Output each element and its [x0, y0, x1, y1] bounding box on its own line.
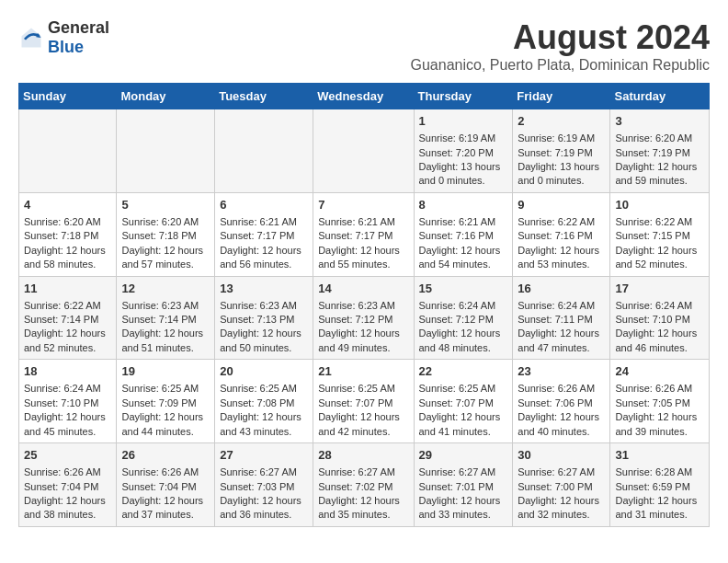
calendar-cell: 2Sunrise: 6:19 AMSunset: 7:19 PMDaylight… — [513, 109, 610, 193]
day-number: 13 — [220, 281, 308, 297]
daylight-text: Daylight: 12 hours and 42 minutes. — [318, 410, 408, 439]
day-number: 16 — [518, 281, 605, 297]
week-row-2: 4Sunrise: 6:20 AMSunset: 7:18 PMDaylight… — [19, 192, 710, 276]
calendar-cell: 19Sunrise: 6:25 AMSunset: 7:09 PMDayligh… — [117, 360, 215, 443]
daylight-text: Daylight: 13 hours and 0 minutes. — [518, 160, 605, 189]
sunset-text: Sunset: 7:10 PM — [24, 396, 111, 410]
calendar-cell: 10Sunrise: 6:22 AMSunset: 7:15 PMDayligh… — [610, 192, 710, 276]
sunset-text: Sunset: 7:20 PM — [419, 146, 508, 160]
daylight-text: Daylight: 12 hours and 32 minutes. — [518, 494, 605, 523]
day-number: 15 — [419, 281, 508, 297]
week-row-1: 1Sunrise: 6:19 AMSunset: 7:20 PMDaylight… — [19, 109, 710, 193]
calendar-cell: 23Sunrise: 6:26 AMSunset: 7:06 PMDayligh… — [513, 360, 610, 443]
sunrise-text: Sunrise: 6:24 AM — [518, 299, 605, 313]
week-row-4: 18Sunrise: 6:24 AMSunset: 7:10 PMDayligh… — [19, 360, 710, 443]
calendar-cell: 8Sunrise: 6:21 AMSunset: 7:16 PMDaylight… — [414, 192, 513, 276]
calendar-cell: 21Sunrise: 6:25 AMSunset: 7:07 PMDayligh… — [313, 360, 414, 443]
sunset-text: Sunset: 7:07 PM — [318, 396, 408, 410]
day-number: 12 — [121, 281, 210, 297]
day-number: 7 — [318, 197, 408, 213]
sunset-text: Sunset: 7:02 PM — [318, 480, 408, 494]
sunset-text: Sunset: 7:03 PM — [220, 480, 308, 494]
sunset-text: Sunset: 7:17 PM — [220, 229, 308, 243]
day-number: 3 — [615, 113, 704, 130]
sunset-text: Sunset: 7:18 PM — [24, 229, 111, 243]
day-number: 5 — [121, 197, 210, 213]
calendar-cell: 31Sunrise: 6:28 AMSunset: 6:59 PMDayligh… — [610, 443, 710, 527]
sunset-text: Sunset: 7:06 PM — [518, 396, 605, 410]
daylight-text: Daylight: 12 hours and 41 minutes. — [419, 410, 508, 439]
day-number: 9 — [518, 197, 605, 213]
header-day-thursday: Thursday — [414, 84, 513, 109]
daylight-text: Daylight: 12 hours and 52 minutes. — [24, 327, 111, 355]
header-day-wednesday: Wednesday — [313, 84, 414, 109]
page-header: General Blue August 2024 Guananico, Puer… — [18, 18, 710, 74]
sunset-text: Sunset: 7:16 PM — [419, 229, 508, 243]
sunrise-text: Sunrise: 6:21 AM — [419, 215, 508, 229]
calendar-cell: 4Sunrise: 6:20 AMSunset: 7:18 PMDaylight… — [19, 192, 117, 276]
daylight-text: Daylight: 13 hours and 0 minutes. — [419, 160, 508, 189]
day-number: 20 — [220, 363, 308, 380]
daylight-text: Daylight: 12 hours and 39 minutes. — [615, 410, 704, 439]
calendar-cell: 16Sunrise: 6:24 AMSunset: 7:11 PMDayligh… — [513, 276, 610, 360]
calendar-cell: 20Sunrise: 6:25 AMSunset: 7:08 PMDayligh… — [215, 360, 313, 443]
daylight-text: Daylight: 12 hours and 54 minutes. — [419, 244, 508, 272]
sunset-text: Sunset: 7:05 PM — [615, 396, 704, 410]
sunrise-text: Sunrise: 6:25 AM — [220, 382, 308, 396]
sunset-text: Sunset: 7:19 PM — [518, 146, 605, 160]
logo-icon — [18, 25, 44, 51]
subtitle: Guananico, Puerto Plata, Dominican Repub… — [410, 57, 710, 74]
day-number: 19 — [121, 363, 210, 380]
sunrise-text: Sunrise: 6:20 AM — [121, 215, 210, 229]
main-title: August 2024 — [410, 18, 710, 57]
sunset-text: Sunset: 7:09 PM — [121, 396, 210, 410]
daylight-text: Daylight: 12 hours and 45 minutes. — [24, 410, 111, 439]
week-row-5: 25Sunrise: 6:26 AMSunset: 7:04 PMDayligh… — [19, 443, 710, 527]
daylight-text: Daylight: 12 hours and 47 minutes. — [518, 327, 605, 355]
calendar-cell: 22Sunrise: 6:25 AMSunset: 7:07 PMDayligh… — [414, 360, 513, 443]
sunrise-text: Sunrise: 6:20 AM — [24, 215, 111, 229]
header-day-monday: Monday — [117, 84, 215, 109]
calendar-cell: 12Sunrise: 6:23 AMSunset: 7:14 PMDayligh… — [117, 276, 215, 360]
sunset-text: Sunset: 7:07 PM — [419, 396, 508, 410]
sunrise-text: Sunrise: 6:21 AM — [318, 215, 408, 229]
daylight-text: Daylight: 12 hours and 40 minutes. — [518, 410, 605, 439]
sunrise-text: Sunrise: 6:26 AM — [121, 465, 210, 479]
day-number: 1 — [419, 113, 508, 130]
daylight-text: Daylight: 12 hours and 57 minutes. — [121, 244, 210, 272]
calendar-cell: 28Sunrise: 6:27 AMSunset: 7:02 PMDayligh… — [313, 443, 414, 527]
sunrise-text: Sunrise: 6:24 AM — [24, 382, 111, 396]
calendar-cell: 29Sunrise: 6:27 AMSunset: 7:01 PMDayligh… — [414, 443, 513, 527]
calendar-cell: 11Sunrise: 6:22 AMSunset: 7:14 PMDayligh… — [19, 276, 117, 360]
daylight-text: Daylight: 12 hours and 36 minutes. — [220, 494, 308, 523]
day-number: 10 — [615, 197, 704, 213]
sunrise-text: Sunrise: 6:27 AM — [419, 465, 508, 479]
daylight-text: Daylight: 12 hours and 38 minutes. — [24, 494, 111, 523]
day-number: 2 — [518, 113, 605, 130]
daylight-text: Daylight: 12 hours and 48 minutes. — [419, 327, 508, 355]
logo-blue: Blue — [48, 38, 84, 56]
day-number: 8 — [419, 197, 508, 213]
day-number: 17 — [615, 281, 704, 297]
sunrise-text: Sunrise: 6:23 AM — [121, 299, 210, 313]
daylight-text: Daylight: 12 hours and 55 minutes. — [318, 244, 408, 272]
sunset-text: Sunset: 7:04 PM — [121, 480, 210, 494]
calendar-cell: 18Sunrise: 6:24 AMSunset: 7:10 PMDayligh… — [19, 360, 117, 443]
day-number: 24 — [615, 363, 704, 380]
daylight-text: Daylight: 12 hours and 59 minutes. — [615, 160, 704, 189]
sunset-text: Sunset: 7:18 PM — [121, 229, 210, 243]
sunrise-text: Sunrise: 6:19 AM — [419, 132, 508, 145]
day-number: 29 — [419, 447, 508, 464]
daylight-text: Daylight: 12 hours and 31 minutes. — [615, 494, 704, 523]
daylight-text: Daylight: 12 hours and 52 minutes. — [615, 244, 704, 272]
daylight-text: Daylight: 12 hours and 33 minutes. — [419, 494, 508, 523]
sunset-text: Sunset: 6:59 PM — [615, 480, 704, 494]
sunrise-text: Sunrise: 6:24 AM — [615, 299, 704, 313]
daylight-text: Daylight: 12 hours and 49 minutes. — [318, 327, 408, 355]
sunrise-text: Sunrise: 6:25 AM — [121, 382, 210, 396]
header-day-sunday: Sunday — [19, 84, 117, 109]
daylight-text: Daylight: 12 hours and 58 minutes. — [24, 244, 111, 272]
calendar-cell: 27Sunrise: 6:27 AMSunset: 7:03 PMDayligh… — [215, 443, 313, 527]
sunset-text: Sunset: 7:13 PM — [220, 313, 308, 327]
sunrise-text: Sunrise: 6:24 AM — [419, 299, 508, 313]
